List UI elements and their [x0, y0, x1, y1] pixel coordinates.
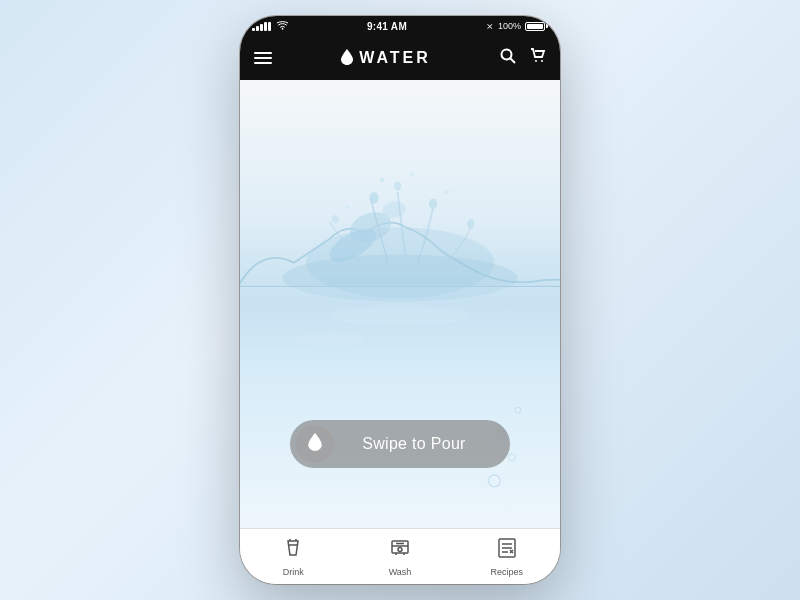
swipe-to-pour-container: Swipe to Pour — [290, 420, 510, 468]
battery-icon — [525, 22, 548, 31]
bluetooth-icon: ⨯ — [486, 21, 494, 31]
svg-point-28 — [398, 547, 402, 551]
svg-point-16 — [380, 178, 385, 183]
svg-point-0 — [502, 50, 512, 60]
water-drop-icon — [341, 49, 353, 68]
svg-point-26 — [294, 333, 365, 345]
signal-bar-3 — [260, 24, 263, 31]
tab-drink-label: Drink — [283, 567, 304, 577]
cart-icon[interactable] — [530, 48, 546, 68]
tab-wash[interactable]: Wash — [347, 533, 454, 581]
svg-point-17 — [410, 173, 414, 177]
svg-point-15 — [467, 219, 474, 228]
tab-drink[interactable]: Drink — [240, 533, 347, 581]
svg-point-19 — [345, 206, 349, 210]
status-bar: 9:41 AM ⨯ 100% — [240, 16, 560, 36]
svg-point-2 — [535, 60, 537, 62]
status-time: 9:41 AM — [367, 21, 407, 32]
drink-icon — [282, 537, 304, 564]
nav-bar: WATER — [240, 36, 560, 80]
tab-bar: Drink Wash Recip — [240, 528, 560, 584]
nav-right-icons — [500, 48, 546, 68]
swipe-drop-icon — [308, 433, 322, 455]
svg-point-3 — [541, 60, 543, 62]
nav-title-text: WATER — [359, 49, 431, 67]
status-right: ⨯ 100% — [486, 21, 548, 31]
tab-wash-label: Wash — [389, 567, 412, 577]
signal-bar-1 — [252, 28, 255, 31]
wifi-icon — [277, 21, 288, 32]
signal-bars — [252, 22, 271, 31]
svg-point-18 — [445, 190, 450, 195]
svg-point-25 — [329, 306, 470, 325]
swipe-label: Swipe to Pour — [334, 435, 504, 453]
signal-bar-5 — [268, 22, 271, 31]
svg-point-12 — [394, 181, 401, 190]
search-icon[interactable] — [500, 48, 516, 68]
swipe-to-pour-button[interactable]: Swipe to Pour — [290, 420, 510, 468]
status-left — [252, 21, 288, 32]
nav-title: WATER — [341, 49, 431, 68]
wash-icon — [389, 537, 411, 564]
tab-recipes-label: Recipes — [490, 567, 523, 577]
tab-recipes[interactable]: Recipes — [453, 533, 560, 581]
svg-point-11 — [369, 192, 378, 204]
swipe-icon-circle — [296, 425, 334, 463]
recipes-icon — [496, 537, 518, 564]
battery-percent: 100% — [498, 21, 521, 31]
menu-icon[interactable] — [254, 52, 272, 64]
svg-line-1 — [511, 59, 516, 64]
main-content: Swipe to Pour — [240, 80, 560, 528]
signal-bar-4 — [264, 22, 267, 31]
phone-frame: 9:41 AM ⨯ 100% WATER — [240, 16, 560, 584]
svg-point-14 — [332, 215, 339, 223]
signal-bar-2 — [256, 26, 259, 31]
svg-point-13 — [429, 198, 437, 209]
